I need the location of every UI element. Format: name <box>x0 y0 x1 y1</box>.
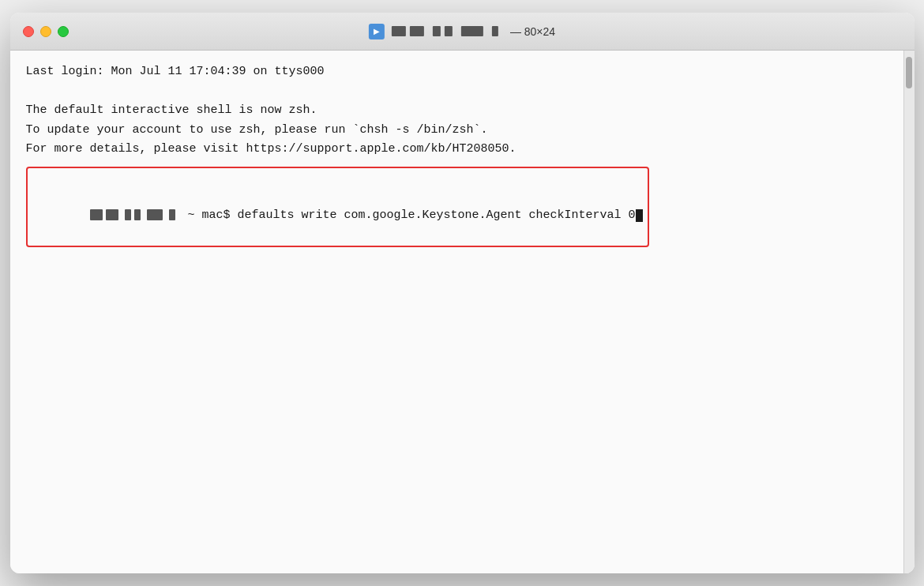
highlighted-command: ~ mac$ defaults write com.google.Keyston… <box>26 167 649 247</box>
prompt-symbol: ~ mac$ <box>181 208 238 222</box>
terminal-line-3: The default interactive shell is now zsh… <box>26 102 899 120</box>
close-button[interactable] <box>23 26 34 37</box>
maximize-button[interactable] <box>58 26 69 37</box>
redacted-info <box>391 26 504 36</box>
terminal-line-2 <box>26 83 899 101</box>
terminal-window: — 80×24 Last login: Mon Jul 11 17:04:39 … <box>10 13 915 573</box>
terminal-body[interactable]: Last login: Mon Jul 11 17:04:39 on ttys0… <box>10 51 915 573</box>
terminal-line-1: Last login: Mon Jul 11 17:04:39 on ttys0… <box>26 63 899 81</box>
command-block: ~ mac$ defaults write com.google.Keyston… <box>26 163 899 247</box>
terminal-line-4: To update your account to use zsh, pleas… <box>26 122 899 140</box>
cursor <box>636 209 643 222</box>
command-text: defaults write com.google.Keystone.Agent… <box>238 208 636 222</box>
minimize-button[interactable] <box>40 26 51 37</box>
titlebar: — 80×24 <box>10 13 915 51</box>
terminal-line-5: For more details, please visit https://s… <box>26 141 899 159</box>
scrollbar-thumb[interactable] <box>906 57 912 88</box>
blurred-prefix <box>89 209 179 220</box>
terminal-icon <box>369 24 385 39</box>
window-title: — 80×24 <box>510 25 555 38</box>
scrollbar[interactable] <box>903 51 915 573</box>
titlebar-center: — 80×24 <box>369 24 555 39</box>
